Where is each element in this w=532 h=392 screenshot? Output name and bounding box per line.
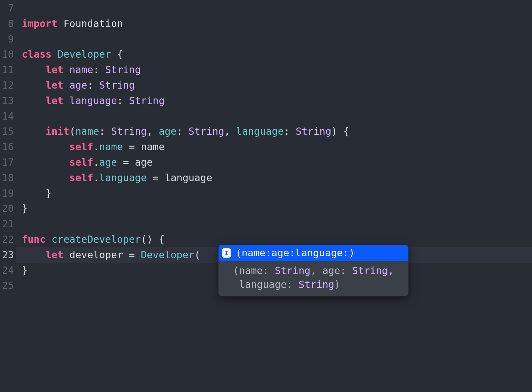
line-number: 18 (0, 170, 16, 186)
paren-open: ( (194, 249, 200, 261)
type-name: String (189, 126, 224, 137)
class-name: Developer (57, 48, 111, 60)
code-line[interactable]: init(name: String, age: String, language… (22, 124, 532, 139)
module-name: Foundation (63, 18, 123, 29)
colon: : (177, 126, 189, 137)
line-number: 7 (0, 1, 16, 16)
autocomplete-detail: (name: String, age: String, language: St… (219, 261, 408, 296)
keyword-let: let (45, 64, 63, 75)
brace: { (153, 234, 164, 245)
autocomplete-label: (name:age:language:) (236, 247, 355, 259)
line-number: 20 (0, 201, 16, 216)
equals: = (117, 156, 135, 168)
autocomplete-item-selected[interactable]: I (name:age:language:) (219, 245, 408, 261)
detail-type: String (299, 279, 334, 290)
keyword-func: func (22, 234, 45, 245)
line-number: 16 (0, 139, 16, 155)
identifier: age (135, 156, 153, 168)
code-line[interactable]: let age: String (22, 78, 532, 93)
autocomplete-popup[interactable]: I (name:age:language:) (name: String, ag… (218, 244, 409, 296)
identifier: language (165, 172, 213, 183)
property-name: language (70, 95, 117, 106)
line-number: 19 (0, 186, 16, 201)
code-editor[interactable]: 78910111213141516171819202122232425 impo… (0, 0, 532, 392)
detail-text: , age: (310, 265, 352, 276)
equals: = (123, 249, 141, 261)
keyword-self: self (70, 156, 93, 168)
code-line[interactable]: self.age = age (22, 155, 532, 170)
colon: : (117, 95, 129, 106)
keyword-let: let (45, 95, 63, 106)
indent (22, 249, 45, 261)
code-text (45, 234, 51, 245)
code-area[interactable]: import Foundation class Developer { let … (16, 0, 532, 392)
line-number: 17 (0, 155, 16, 170)
comma: , (224, 126, 236, 137)
indent (22, 156, 70, 168)
line-number: 15 (0, 124, 16, 139)
function-name: createDeveloper (51, 234, 141, 245)
code-line[interactable]: let language: String (22, 93, 532, 109)
paren-close-brace: ) { (331, 126, 349, 137)
code-text (63, 64, 69, 75)
keyword-import: import (22, 18, 57, 29)
keyword-class: class (22, 48, 51, 60)
code-line[interactable]: } (22, 201, 532, 216)
brace: } (22, 203, 28, 214)
param-name: language (236, 126, 284, 137)
code-line[interactable]: let name: String (22, 62, 532, 78)
code-text (63, 249, 69, 261)
property-ref: age (99, 156, 117, 168)
detail-text: (name: (233, 265, 275, 276)
code-line[interactable]: self.language = language (22, 170, 532, 186)
parens: () (141, 234, 153, 245)
identifier: developer (70, 249, 123, 261)
type-name: String (296, 126, 331, 137)
keyword-self: self (70, 172, 93, 183)
type-name: String (99, 79, 135, 91)
colon: : (87, 79, 99, 91)
code-line[interactable]: import Foundation (22, 16, 532, 32)
indent (22, 126, 45, 137)
dot: . (93, 141, 99, 153)
brace: } (22, 265, 28, 276)
line-number: 23 (0, 247, 16, 263)
indent (22, 172, 70, 183)
keyword-init: init (45, 126, 69, 137)
param-name: name (75, 126, 99, 137)
code-text (57, 18, 63, 29)
code-line[interactable]: } (22, 186, 532, 201)
code-line[interactable]: class Developer { (22, 47, 532, 62)
line-number: 12 (0, 78, 16, 93)
brace: } (45, 187, 51, 199)
code-line[interactable]: self.name = name (22, 139, 532, 155)
property-name: name (70, 64, 93, 75)
param-name: age (159, 126, 176, 137)
colon: : (284, 126, 296, 137)
brace: { (111, 48, 123, 60)
line-number: 9 (0, 32, 16, 47)
type-name: String (129, 95, 164, 106)
code-line[interactable] (22, 109, 532, 124)
line-number: 24 (0, 263, 16, 278)
dot: . (93, 172, 99, 183)
identifier: name (141, 141, 164, 153)
code-text (63, 95, 69, 106)
code-line[interactable] (22, 1, 532, 16)
detail-type: String (275, 265, 310, 276)
colon: : (99, 126, 111, 137)
comma: , (147, 126, 159, 137)
code-text (51, 48, 57, 60)
line-number: 8 (0, 16, 16, 32)
code-line[interactable] (22, 216, 532, 232)
keyword-self: self (70, 141, 93, 153)
line-number: 10 (0, 47, 16, 62)
type-name: String (111, 126, 147, 137)
code-line[interactable] (22, 32, 532, 47)
indent (22, 95, 45, 106)
property-ref: language (99, 172, 147, 183)
dot: . (93, 156, 99, 168)
indent (22, 64, 45, 75)
type-name: String (105, 64, 141, 75)
type-name: Developer (141, 249, 194, 261)
